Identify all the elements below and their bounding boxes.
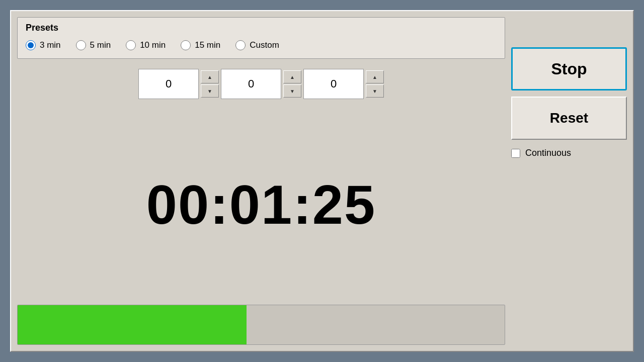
continuous-label[interactable]: Continuous [525, 148, 571, 158]
preset-15min-radio[interactable] [181, 40, 191, 50]
preset-15min-label[interactable]: 15 min [195, 40, 220, 50]
hours-down-button[interactable]: ▼ [201, 84, 219, 98]
hours-up-button[interactable]: ▲ [201, 70, 219, 83]
preset-3min-radio[interactable] [26, 40, 36, 50]
preset-custom-radio[interactable] [235, 40, 246, 50]
presets-group: Presets 3 min 5 min 10 min 15 min [17, 17, 505, 59]
app-window: Presets 3 min 5 min 10 min 15 min [10, 10, 634, 352]
preset-5min-label[interactable]: 5 min [90, 40, 111, 50]
reset-button[interactable]: Reset [511, 97, 627, 140]
minutes-up-button[interactable]: ▲ [283, 70, 301, 83]
minutes-input[interactable] [221, 69, 281, 99]
spinners-row: ▲ ▼ ▲ ▼ ▲ ▼ [17, 64, 505, 104]
side-panel: Stop Reset Continuous [511, 17, 627, 345]
seconds-input[interactable] [303, 69, 364, 99]
minutes-down-button[interactable]: ▼ [283, 84, 301, 98]
preset-10min[interactable]: 10 min [126, 40, 166, 50]
timer-display: 00:01:25 [17, 109, 505, 300]
main-panel: Presets 3 min 5 min 10 min 15 min [17, 17, 505, 345]
seconds-spinner-buttons: ▲ ▼ [366, 70, 384, 98]
preset-10min-label[interactable]: 10 min [140, 40, 166, 50]
preset-5min[interactable]: 5 min [76, 40, 111, 50]
stop-button[interactable]: Stop [511, 47, 627, 90]
preset-custom-label[interactable]: Custom [250, 40, 279, 50]
presets-label: Presets [26, 23, 497, 33]
progress-container [17, 305, 505, 345]
preset-3min-label[interactable]: 3 min [40, 40, 61, 50]
progress-bar [18, 305, 247, 344]
preset-3min[interactable]: 3 min [26, 40, 61, 50]
seconds-down-button[interactable]: ▼ [366, 84, 384, 98]
minutes-spinner-buttons: ▲ ▼ [283, 70, 301, 98]
hours-input[interactable] [138, 69, 199, 99]
continuous-checkbox[interactable] [511, 149, 520, 158]
timer-text: 00:01:25 [146, 172, 376, 236]
radio-row: 3 min 5 min 10 min 15 min Custom [26, 40, 497, 50]
preset-15min[interactable]: 15 min [181, 40, 220, 50]
seconds-up-button[interactable]: ▲ [366, 70, 384, 83]
preset-5min-radio[interactable] [76, 40, 86, 50]
hours-spinner-buttons: ▲ ▼ [201, 70, 219, 98]
preset-custom[interactable]: Custom [235, 40, 279, 50]
preset-10min-radio[interactable] [126, 40, 136, 50]
continuous-row: Continuous [511, 146, 627, 160]
